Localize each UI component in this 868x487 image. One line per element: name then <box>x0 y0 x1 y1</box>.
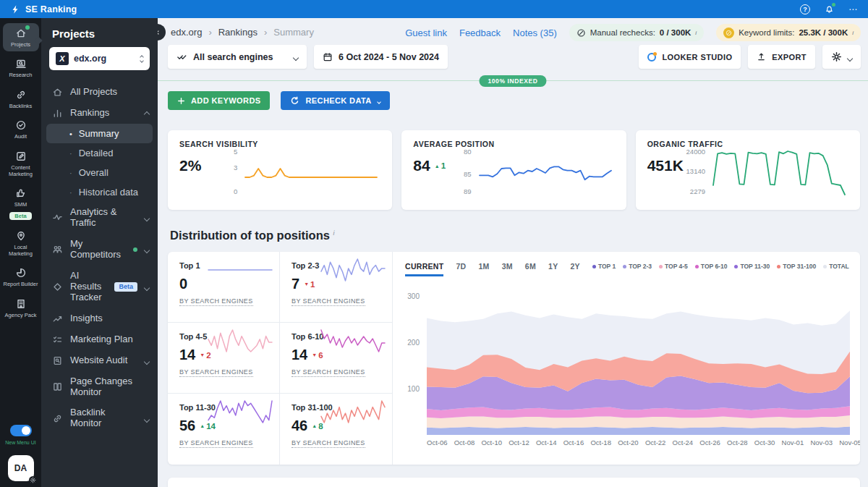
chevron-down-icon <box>294 52 298 62</box>
info-icon[interactable]: i <box>333 229 334 237</box>
average-position-card[interactable]: AVERAGE POSITION 84 ▲1 808589 <box>401 130 626 210</box>
sidebar-item-marketing-plan[interactable]: Marketing Plan <box>41 329 158 350</box>
looker-studio-button[interactable]: LOOKER STUDIO <box>639 45 741 69</box>
legend-top-4-5[interactable]: TOP 4-5 <box>659 263 688 270</box>
distribution-card: Top 1 0 BY SEARCH ENGINES Top 2-3 7 ▼1 B… <box>168 252 860 465</box>
by-search-engines-link[interactable]: BY SEARCH ENGINES <box>292 297 365 306</box>
rail-bottom: New Menu UI DA <box>5 425 35 487</box>
help-icon[interactable]: ? <box>800 4 810 14</box>
rail-item-content-marketing[interactable]: Content Marketing <box>3 146 39 182</box>
breadcrumb-section[interactable]: Rankings <box>218 27 258 38</box>
by-search-engines-link[interactable]: BY SEARCH ENGINES <box>179 439 253 448</box>
stacked-area-chart[interactable] <box>427 287 850 435</box>
by-search-engines-link[interactable]: BY SEARCH ENGINES <box>179 368 253 377</box>
organic-traffic-sparkline <box>711 149 847 197</box>
sidebar-subitem-detailed[interactable]: ·Detailed <box>41 143 158 163</box>
by-search-engines-link[interactable]: BY SEARCH ENGINES <box>292 368 365 377</box>
top-4-5-cell[interactable]: Top 4-5 14 ▼2 BY SEARCH ENGINES <box>168 323 280 394</box>
tab-3m[interactable]: 3M <box>502 262 513 271</box>
keyword-limits-pill[interactable]: Keyword limits: 25.3K / 300Ki <box>716 24 861 41</box>
sidebar-item-analytics-traffic[interactable]: Analytics & Traffic <box>41 202 158 234</box>
top-2-3-cell[interactable]: Top 2-3 7 ▼1 BY SEARCH ENGINES <box>280 252 392 323</box>
legend-top-6-10[interactable]: TOP 6-10 <box>695 263 728 270</box>
notes-link[interactable]: Notes (35) <box>513 27 557 38</box>
by-search-engines-link[interactable]: BY SEARCH ENGINES <box>179 297 253 306</box>
guest-link[interactable]: Guest link <box>405 27 447 38</box>
notifications-bell-icon[interactable] <box>825 4 834 14</box>
sidebar-item-all-projects[interactable]: All Projects <box>41 82 158 103</box>
legend-top-11-30[interactable]: TOP 11-30 <box>734 263 770 270</box>
project-selector[interactable]: X edx.org <box>49 47 150 70</box>
tab-1y[interactable]: 1Y <box>548 262 558 271</box>
x-axis-labels: Oct-06Oct-08Oct-10Oct-12Oct-14Oct-16Oct-… <box>427 439 860 446</box>
sidebar-item-rankings[interactable]: Rankings <box>41 103 158 124</box>
manual-rechecks-pill[interactable]: Manual rechecks: 0 / 300Ki <box>569 24 704 41</box>
top-4-5-sparkline <box>207 329 273 353</box>
sidebar-subitem-overall[interactable]: ·Overall <box>41 163 158 182</box>
rail-item-research[interactable]: Research <box>3 54 39 82</box>
y-tick-label: 100 <box>407 385 420 393</box>
sidebar-subitem-historical-data[interactable]: ·Historical data <box>41 182 158 202</box>
rail-item-backlinks[interactable]: Backlinks <box>3 85 39 113</box>
top-31-100-cell[interactable]: Top 31-100 46 ▲8 BY SEARCH ENGINES <box>280 394 392 465</box>
x-tick-label: Oct-06 <box>427 439 448 446</box>
organic-traffic-card[interactable]: ORGANIC TRAFFIC 451K 24000131402279 <box>636 130 860 210</box>
top-31-100-sparkline <box>320 399 386 424</box>
legend-total[interactable]: TOTAL <box>823 263 849 270</box>
by-search-engines-link[interactable]: BY SEARCH ENGINES <box>292 439 365 448</box>
rail-item-projects[interactable]: Projects <box>3 23 39 51</box>
sidebar-item-insights[interactable]: Insights <box>41 308 158 329</box>
sidebar-collapse-button[interactable] <box>158 24 166 41</box>
tab-7d[interactable]: 7D <box>456 262 466 271</box>
export-button[interactable]: EXPORT <box>748 45 815 69</box>
breadcrumb-project[interactable]: edx.org <box>171 27 202 38</box>
add-keywords-button[interactable]: ADD KEYWORDS <box>168 91 270 110</box>
tab-1m[interactable]: 1M <box>478 262 489 271</box>
project-sidebar: Projects X edx.org All Projects Rankings… <box>41 18 158 487</box>
chevron-down-icon <box>145 355 149 366</box>
y-tick-label: 85 <box>464 170 472 178</box>
feedback-link[interactable]: Feedback <box>459 27 501 38</box>
top-6-10-cell[interactable]: Top 6-10 14 ▼6 BY SEARCH ENGINES <box>280 323 392 394</box>
new-menu-ui-toggle[interactable] <box>10 425 32 436</box>
app-window: SE Ranking ? ⋯ Projects Research Backlin… <box>0 0 868 487</box>
x-tick-label: Oct-22 <box>645 439 666 446</box>
sidebar-item-backlink-monitor[interactable]: Backlink Monitor <box>41 402 158 434</box>
sidebar-item-page-changes-monitor[interactable]: Page Changes Monitor <box>41 371 158 403</box>
rail-item-report-builder[interactable]: Report Builder <box>3 263 39 291</box>
search-visibility-card[interactable]: SEARCH VISIBILITY 2% 530 <box>168 130 392 210</box>
rail-item-local-marketing[interactable]: Local Marketing <box>3 226 39 261</box>
search-engines-select[interactable]: All search engines <box>168 45 307 69</box>
rail-item-smm[interactable]: SMM Beta <box>3 183 39 223</box>
sidebar-item-ai-results-tracker[interactable]: AI Results Tracker Beta <box>41 266 158 308</box>
y-tick-label: 2279 <box>690 187 705 195</box>
sidebar-item-website-audit[interactable]: Website Audit <box>41 350 158 371</box>
settings-button[interactable] <box>822 45 861 69</box>
more-menu-icon[interactable]: ⋯ <box>848 6 858 13</box>
legend-top-2-3[interactable]: TOP 2-3 <box>623 263 652 270</box>
gauge-icon <box>576 28 586 38</box>
tab-2y[interactable]: 2Y <box>570 262 579 271</box>
icon-rail: Projects Research Backlinks Audit Conten… <box>0 18 41 487</box>
y-tick-label: 13140 <box>686 167 705 175</box>
home-icon <box>52 87 63 98</box>
sidebar-subitem-summary[interactable]: •Summary <box>46 124 153 143</box>
date-range-picker[interactable]: 6 Oct 2024 - 5 Nov 2024 <box>314 45 448 69</box>
chevron-down-icon <box>378 96 380 105</box>
legend-top-1[interactable]: TOP 1 <box>592 263 616 270</box>
sparkline-area: 530 <box>216 148 382 200</box>
link-icon <box>15 89 27 101</box>
x-tick-label: Oct-30 <box>754 439 775 446</box>
top-1-cell[interactable]: Top 1 0 BY SEARCH ENGINES <box>168 252 280 323</box>
legend-top-31-100[interactable]: TOP 31-100 <box>777 263 816 270</box>
tab-6m[interactable]: 6M <box>525 262 536 271</box>
tab-current[interactable]: CURRENT <box>405 262 443 276</box>
top-11-30-cell[interactable]: Top 11-30 56 ▲14 BY SEARCH ENGINES <box>168 394 280 465</box>
export-icon <box>757 52 766 62</box>
rail-item-audit[interactable]: Audit <box>3 115 39 143</box>
user-avatar[interactable]: DA <box>8 455 34 481</box>
rail-item-agency-pack[interactable]: Agency Pack <box>3 294 39 322</box>
recheck-data-button[interactable]: RECHECK DATA <box>281 91 389 110</box>
positions-chart-zone: CURRENT 7D 1M 3M 6M 1Y 2Y TOP 1 TOP 2-3 … <box>393 252 860 465</box>
sidebar-item-my-competitors[interactable]: My Competitors <box>41 234 158 266</box>
